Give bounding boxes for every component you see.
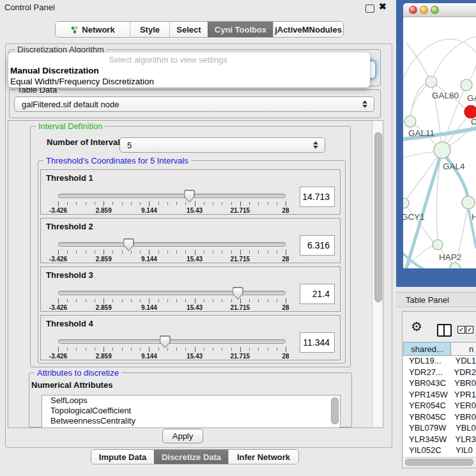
tab-label: Network [82,25,114,35]
num-intervals-combobox[interactable]: 5 [119,137,325,153]
major-tick [286,250,286,255]
minor-tick [86,348,86,351]
network-node[interactable] [450,263,460,268]
table-data-combobox[interactable]: galFiltered.sif default node [14,96,374,112]
slider-track[interactable] [58,291,286,295]
threshold-value-field[interactable]: 11.344 [300,332,335,353]
minor-tick [249,299,250,302]
table-row[interactable]: YBR043CYBR0 [403,378,476,390]
horizontal-scrollbar-thumb[interactable] [405,459,473,466]
tab-style[interactable]: Style [130,22,169,37]
table-row[interactable]: YER054CYER0 [403,401,476,412]
network-node[interactable] [434,142,450,158]
network-view-window[interactable]: GAL80GALCGAL11GAL4GCY1HHAP2 [396,0,476,287]
minor-tick [176,250,177,254]
slider-thumb[interactable] [184,190,195,203]
zoom-traffic-light[interactable] [431,6,439,14]
minimize-traffic-light[interactable] [420,6,428,14]
minor-tick [95,348,95,351]
slider-thumb[interactable] [160,335,171,348]
minor-tick [185,202,186,205]
attribute-list-item[interactable]: BetweennessCentrality [42,416,340,426]
horizontal-scrollbar[interactable] [403,457,476,466]
tab-jactivemnodules[interactable]: jActiveMNodules [273,22,343,37]
minor-tick [258,250,259,254]
minor-tick [112,348,113,351]
network-node[interactable] [461,79,472,91]
network-node-label: H [472,212,476,222]
checkbox-icon[interactable]: ✓ [466,326,473,334]
threshold-value-field[interactable]: 6.316 [300,235,335,256]
numerical-attributes-list[interactable]: SelfLoopsTopologicalCoefficientBetweenne… [42,395,341,428]
table-row[interactable]: YDR27...YDR2 [403,367,476,379]
network-window-titlebar[interactable] [403,3,476,17]
dropdown-placeholder-option[interactable]: Select algorithm to view settings [8,55,328,65]
table-header-row: shared...n [403,342,476,356]
network-node[interactable] [462,196,475,209]
tab-network[interactable]: Network [56,22,130,37]
minor-tick [176,202,177,205]
attribute-list-item[interactable]: TopologicalCoefficient [42,406,340,416]
split-columns-icon[interactable] [437,324,452,337]
cell-name: YER0 [453,401,476,412]
major-tick [104,298,104,303]
table-row[interactable]: YLR345WYLR3 [403,434,476,446]
minor-tick [231,299,232,302]
threshold-value-field[interactable]: 14.713 [300,187,335,207]
network-node[interactable] [403,198,409,208]
slider-thumb[interactable] [123,238,134,251]
table-row[interactable]: YPR145WYPR1 [403,390,476,401]
major-tick [149,347,150,352]
network-node[interactable] [404,116,416,127]
tab-cyni-toolbox[interactable]: Cyni Toolbox [208,22,273,37]
network-canvas[interactable]: GAL80GALCGAL11GAL4GCY1HHAP2 [403,17,476,268]
minor-tick [158,202,159,205]
num-intervals-label: Number of Intervals [47,137,125,147]
tab-label: Style [140,25,160,35]
tab-infer-network[interactable]: Infer Network [228,450,298,464]
attribute-list-item[interactable]: SelfLoops [42,395,340,406]
tick-label: 21.715 [231,353,250,360]
checkbox-icon[interactable]: ✓ [457,326,465,334]
slider-track[interactable] [58,242,286,247]
list-scrollbar-thumb[interactable] [331,397,339,424]
major-tick [149,201,150,206]
column-header-2[interactable]: n [451,342,476,356]
threshold-value-field[interactable]: 21.4 [300,284,335,304]
tab-label: Cyni Toolbox [215,25,266,35]
close-icon[interactable]: ✖ [379,1,387,12]
table-panel-title: Table Panel [406,295,449,305]
major-tick [58,298,59,303]
apply-button[interactable]: Apply [162,429,203,443]
tick-label: 15.43 [187,353,203,360]
column-header-1[interactable]: shared... [403,342,451,356]
table-row[interactable]: YIL052CYIL0 [403,445,476,457]
minor-tick [231,202,232,205]
minor-tick [122,250,123,254]
tab-impute-data[interactable]: Impute Data [91,450,154,464]
table-row[interactable]: YDL19...YDL1 [403,356,476,367]
vertical-scrollbar-thumb[interactable] [374,132,382,302]
slider-thumb[interactable] [233,287,243,300]
table-panel-header: Table Panel [396,292,476,307]
slider-thumb-face [233,288,242,299]
num-intervals-value: 5 [120,141,311,150]
minor-tick [112,250,113,254]
tab-discretize-data[interactable]: Discretize Data [154,450,228,464]
dropdown-option-equal-width[interactable]: Equal Width/Frequency Discretization [10,77,154,86]
float-window-icon[interactable] [365,4,374,13]
slider-track[interactable] [58,339,286,344]
tick-label: 28 [282,256,289,263]
tab-select[interactable]: Select [169,22,208,37]
table-row[interactable]: YBL079WYBL0 [403,423,476,434]
table-row[interactable]: YBR045CYBR0 [403,412,476,424]
slider-track[interactable] [58,194,286,198]
network-node[interactable] [433,240,443,250]
close-traffic-light[interactable] [409,6,417,14]
gear-icon[interactable]: ⚙ [411,320,422,333]
dropdown-option-manual[interactable]: Manual Discretization [10,66,99,75]
vertical-scrollbar[interactable] [372,121,383,427]
cell-shared-name: YER054C [403,401,453,412]
network-node[interactable] [426,76,437,88]
network-node[interactable] [464,105,476,118]
